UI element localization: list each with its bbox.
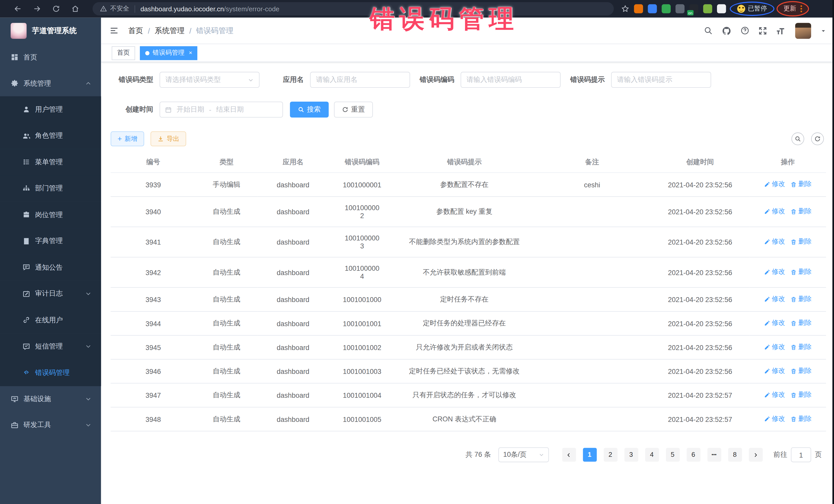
chevron-down-icon — [85, 290, 92, 297]
sidebar-item-8[interactable]: 字典管理 — [0, 228, 101, 254]
next-page-button[interactable] — [749, 448, 762, 462]
ext-green-check-icon[interactable] — [662, 4, 671, 13]
sidebar-item-6[interactable]: 部门管理 — [0, 175, 101, 202]
table-row: 3945自动生成dashboard1001001002只允许修改为开启或者关闭状… — [111, 335, 826, 359]
row-memo — [533, 359, 651, 383]
edit-link[interactable]: 修改 — [764, 237, 785, 246]
ext-green-drop-icon[interactable] — [703, 4, 712, 13]
add-button[interactable]: + 新增 — [111, 131, 144, 146]
delete-link[interactable]: 删除 — [790, 295, 812, 304]
home-icon[interactable] — [71, 5, 79, 13]
chevron-down-icon[interactable] — [820, 27, 827, 34]
page-button-3[interactable]: 3 — [624, 448, 638, 462]
extension-badge: on — [687, 10, 694, 15]
delete-link[interactable]: 删除 — [790, 367, 812, 376]
sidebar-item-13[interactable]: 错误码管理 — [0, 359, 101, 386]
page-button-8[interactable]: 8 — [728, 448, 742, 462]
export-button[interactable]: 导出 — [151, 131, 186, 146]
sidebar-item-3[interactable]: 用户管理 — [0, 96, 101, 123]
error-hint-input[interactable]: 请输入错误码提示 — [611, 72, 711, 88]
sidebar-item-10[interactable]: 审计日志 — [0, 281, 101, 307]
close-icon[interactable]: × — [189, 50, 192, 56]
search-icon[interactable] — [704, 26, 712, 35]
url-bar[interactable]: 不安全 dashboard.yudao.iocoder.cn/system/er… — [93, 2, 614, 15]
sidebar-item-7[interactable]: 岗位管理 — [0, 202, 101, 228]
filter-error-type: 错误码类型 请选择错误码类型 — [111, 72, 259, 88]
ext-puzzle-icon[interactable] — [717, 4, 726, 13]
edit-link[interactable]: 修改 — [764, 180, 785, 189]
edit-link[interactable]: 修改 — [764, 295, 785, 304]
page-button-6[interactable]: 6 — [686, 448, 700, 462]
table-row: 3939手动编辑dashboard1001000001参数配置不存在ceshi2… — [111, 173, 826, 197]
delete-link[interactable]: 删除 — [790, 391, 812, 399]
app-logo[interactable]: 芋道管理系统 — [0, 18, 101, 44]
edit-pencil-icon — [764, 181, 770, 188]
fullscreen-icon[interactable] — [759, 26, 767, 35]
goto-page-input[interactable]: 1 — [791, 447, 811, 462]
forward-icon[interactable] — [33, 5, 41, 13]
sidebar-item-4[interactable]: 角色管理 — [0, 123, 101, 149]
sidebar-item-12[interactable]: 短信管理 — [0, 333, 101, 360]
tab-2[interactable]: 错误码管理× — [140, 46, 198, 60]
ext-blue-grid-icon[interactable] — [675, 4, 684, 13]
page-button-2[interactable]: 2 — [603, 448, 617, 462]
delete-link[interactable]: 删除 — [790, 414, 812, 423]
reset-button[interactable]: 重置 — [334, 102, 373, 117]
edit-link[interactable]: 修改 — [764, 319, 785, 328]
page-button-1[interactable]: 1 — [583, 448, 597, 462]
toggle-search-icon[interactable] — [791, 132, 804, 145]
browser-update-button[interactable]: 更新 — [778, 2, 807, 15]
delete-link[interactable]: 删除 — [790, 268, 812, 277]
search-button[interactable]: 搜索 — [290, 102, 329, 117]
delete-link[interactable]: 删除 — [790, 237, 812, 246]
error-code-input[interactable]: 请输入错误码编码 — [461, 72, 561, 88]
user-avatar[interactable] — [795, 23, 811, 39]
more-pages-button[interactable]: ••• — [707, 448, 721, 462]
sidebar-item-1[interactable]: 首页 — [0, 44, 101, 70]
edit-link[interactable]: 修改 — [764, 207, 785, 216]
edit-link[interactable]: 修改 — [764, 268, 785, 277]
sidebar-item-15[interactable]: 研发工具 — [0, 412, 101, 438]
reload-icon[interactable] — [52, 5, 60, 13]
ext-orange-ring-icon[interactable] — [634, 4, 643, 13]
row-id: 3941 — [111, 227, 196, 257]
row-app: dashboard — [257, 311, 329, 335]
bookmark-star-icon[interactable] — [621, 5, 629, 13]
edit-link[interactable]: 修改 — [764, 391, 785, 399]
start-date-placeholder: 开始日期 — [177, 105, 204, 114]
refresh-icon[interactable] — [811, 132, 824, 145]
row-code: 1001001005 — [329, 407, 395, 431]
sidebar-item-14[interactable]: 基础设施 — [0, 386, 101, 412]
delete-link[interactable]: 删除 — [790, 180, 812, 189]
date-range-input[interactable]: 开始日期 - 结束日期 — [160, 102, 283, 117]
help-icon[interactable] — [740, 26, 749, 35]
ext-blue-gem-icon[interactable] — [648, 4, 657, 13]
ext-list-on-icon[interactable]: on — [689, 4, 698, 13]
breadcrumb-home[interactable]: 首页 — [128, 26, 143, 36]
app-name-input[interactable]: 请输入应用名 — [310, 72, 410, 88]
sidebar-item-2[interactable]: 系统管理 — [0, 70, 101, 96]
row-memo — [533, 287, 651, 311]
page-button-4[interactable]: 4 — [645, 448, 659, 462]
delete-link[interactable]: 删除 — [790, 319, 812, 328]
breadcrumb-system[interactable]: 系统管理 — [155, 26, 184, 36]
tab-1[interactable]: 首页 — [112, 46, 135, 60]
delete-link[interactable]: 删除 — [790, 343, 812, 352]
sidebar-item-11[interactable]: 在线用户 — [0, 307, 101, 333]
page-button-5[interactable]: 5 — [666, 448, 680, 462]
sidebar-item-9[interactable]: 通知公告 — [0, 254, 101, 281]
sidebar-collapse-icon[interactable] — [110, 26, 118, 35]
github-icon[interactable] — [722, 26, 731, 36]
edit-link[interactable]: 修改 — [764, 367, 785, 376]
error-type-select[interactable]: 请选择错误码类型 — [160, 72, 260, 88]
prev-page-button[interactable] — [562, 448, 576, 462]
font-size-icon[interactable] — [776, 26, 786, 35]
page-size-select[interactable]: 10条/页 — [498, 447, 549, 462]
edit-link[interactable]: 修改 — [764, 343, 785, 352]
extension-paused-badge[interactable]: 已暂停 — [731, 2, 773, 15]
delete-link[interactable]: 删除 — [790, 207, 812, 216]
sidebar-item-5[interactable]: 菜单管理 — [0, 149, 101, 175]
back-icon[interactable] — [14, 5, 22, 13]
url-path: /system/error-code — [224, 5, 280, 13]
edit-link[interactable]: 修改 — [764, 414, 785, 423]
